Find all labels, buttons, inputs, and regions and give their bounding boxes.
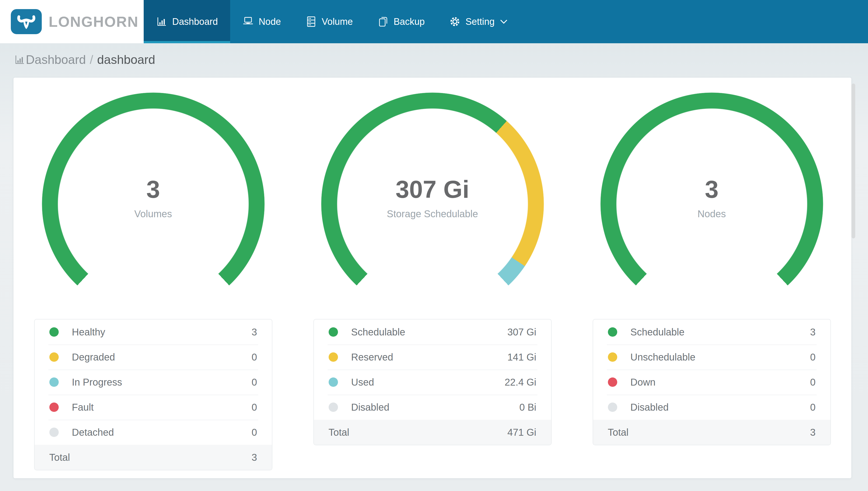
copy-document-icon: [377, 16, 389, 27]
volumes-legend-table: Healthy3Degraded0In Progress0Fault0Detac…: [34, 319, 272, 470]
nav-item-setting[interactable]: Setting: [437, 0, 520, 43]
legend-dot-icon: [329, 352, 338, 362]
total-label: Total: [608, 427, 629, 438]
nav-label: Dashboard: [172, 17, 218, 27]
legend-dot-icon: [608, 377, 617, 387]
legend-label: Unschedulable: [630, 352, 695, 363]
legend-row: Down0: [593, 370, 830, 395]
storage-rack-icon: [306, 16, 317, 27]
legend-row: Schedulable3: [593, 319, 830, 345]
legend-label: Reserved: [351, 352, 393, 363]
legend-dot-icon: [329, 377, 338, 387]
legend-value: 0: [810, 352, 815, 363]
legend-row: Disabled0: [593, 395, 830, 420]
nodes-legend-table: Schedulable3Unschedulable0Down0Disabled0…: [593, 319, 831, 445]
legend-dot-icon: [50, 428, 59, 437]
legend-row: Unschedulable0: [593, 345, 830, 370]
nav-item-backup[interactable]: Backup: [365, 0, 437, 43]
top-nav-bar: LONGHORN Dashboard Node: [0, 0, 868, 43]
legend-dot-icon: [608, 403, 617, 412]
nav-label: Volume: [322, 17, 353, 27]
bar-chart-icon: [156, 16, 167, 27]
legend-value: 0: [251, 352, 257, 363]
nav-item-node[interactable]: Node: [230, 0, 293, 43]
legend-value: 0 Bi: [520, 402, 536, 413]
chevron-down-icon: [500, 20, 507, 24]
legend-value: 0: [251, 427, 257, 438]
legend-value: 3: [810, 326, 815, 338]
nodes-donut-center: 3 Nodes: [600, 92, 823, 316]
legend-row: Schedulable307 Gi: [314, 319, 551, 345]
legend-label: Healthy: [72, 326, 105, 338]
legend-row: In Progress0: [35, 370, 272, 395]
legend-label: Disabled: [351, 402, 390, 413]
nav-label: Backup: [394, 17, 425, 27]
legend-row: Degraded0: [35, 345, 272, 370]
page-content: Dashboard / dashboard 3 Volumes Healthy3…: [0, 43, 868, 491]
legend-value: 0: [251, 402, 257, 413]
storage-legend-table: Schedulable307 GiReserved141 GiUsed22.4 …: [313, 319, 552, 445]
total-value: 471 Gi: [507, 427, 536, 438]
breadcrumb: Dashboard / dashboard: [0, 43, 868, 67]
legend-dot-icon: [329, 403, 338, 412]
brand-logo[interactable]: LONGHORN: [0, 0, 144, 43]
legend-dot-icon: [329, 327, 338, 337]
main-nav: Dashboard Node Volume: [144, 0, 868, 43]
brand-name: LONGHORN: [49, 13, 138, 30]
legend-dot-icon: [608, 327, 617, 337]
legend-label: In Progress: [72, 377, 122, 388]
legend-label: Detached: [72, 427, 114, 438]
volumes-label: Volumes: [134, 209, 172, 219]
nav-label: Node: [259, 17, 281, 27]
volumes-donut-chart: 3 Volumes: [42, 92, 265, 316]
breadcrumb-current-page: dashboard: [97, 53, 155, 67]
legend-value: 3: [251, 326, 257, 338]
nodes-panel: 3 Nodes Schedulable3Unschedulable0Down0D…: [572, 92, 851, 478]
legend-label: Degraded: [72, 352, 115, 363]
legend-dot-icon: [50, 377, 59, 387]
dashboard-card: 3 Volumes Healthy3Degraded0In Progress0F…: [13, 78, 851, 478]
volumes-donut-center: 3 Volumes: [42, 92, 265, 316]
legend-row: Used22.4 Gi: [314, 370, 551, 395]
total-row: Total 471 Gi: [314, 420, 551, 445]
legend-label: Used: [351, 377, 374, 388]
legend-value: 307 Gi: [507, 326, 536, 338]
storage-schedulable-label: Storage Schedulable: [387, 209, 478, 219]
legend-value: 0: [810, 402, 815, 413]
total-value: 3: [251, 452, 257, 463]
longhorn-bull-icon: [11, 9, 42, 34]
total-label: Total: [329, 427, 349, 438]
legend-row: Fault0: [35, 395, 272, 420]
storage-donut-chart: 307 Gi Storage Schedulable: [321, 92, 544, 316]
legend-label: Disabled: [630, 402, 669, 413]
nav-item-volume[interactable]: Volume: [293, 0, 365, 43]
legend-row: Healthy3: [35, 319, 272, 345]
legend-row: Reserved141 Gi: [314, 345, 551, 370]
legend-label: Down: [630, 377, 655, 388]
scrollbar-thumb[interactable]: [851, 84, 855, 238]
breadcrumb-section[interactable]: Dashboard: [26, 53, 86, 67]
legend-row: Detached0: [35, 420, 272, 445]
total-label: Total: [50, 452, 70, 463]
legend-value: 141 Gi: [507, 352, 536, 363]
gear-icon: [449, 16, 461, 27]
storage-donut-center: 307 Gi Storage Schedulable: [321, 92, 544, 316]
legend-label: Fault: [72, 402, 94, 413]
legend-dot-icon: [50, 403, 59, 412]
legend-dot-icon: [608, 352, 617, 362]
total-value: 3: [810, 427, 815, 438]
total-row: Total 3: [593, 420, 830, 445]
nav-label: Setting: [465, 17, 494, 27]
nav-item-dashboard[interactable]: Dashboard: [144, 0, 230, 43]
laptop-icon: [242, 16, 254, 27]
legend-row: Disabled0 Bi: [314, 395, 551, 420]
legend-value: 22.4 Gi: [505, 377, 536, 388]
breadcrumb-separator: /: [90, 53, 93, 67]
storage-panel: 307 Gi Storage Schedulable Schedulable30…: [293, 92, 572, 478]
volumes-panel: 3 Volumes Healthy3Degraded0In Progress0F…: [13, 92, 293, 478]
legend-label: Schedulable: [351, 326, 405, 338]
nodes-label: Nodes: [698, 209, 726, 219]
legend-value: 0: [810, 377, 815, 388]
legend-dot-icon: [50, 327, 59, 337]
legend-label: Schedulable: [630, 326, 684, 338]
